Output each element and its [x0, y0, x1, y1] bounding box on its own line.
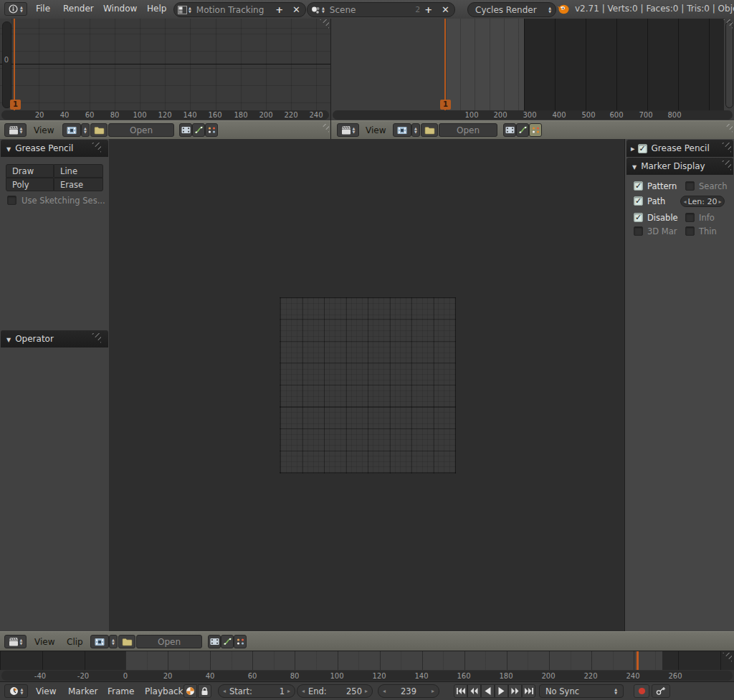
menu-help[interactable]: Help	[147, 0, 166, 18]
collapse-icon[interactable]	[6, 143, 11, 153]
delete-layout-button[interactable]: ✕	[287, 4, 305, 15]
toggle-graph-view-button[interactable]	[221, 635, 234, 648]
timeline-playhead[interactable]	[637, 651, 639, 671]
area-resize-corner[interactable]	[723, 653, 732, 662]
scene-name[interactable]: Scene	[330, 5, 415, 15]
path-checkbox[interactable]	[634, 196, 643, 206]
screen-layout-selector[interactable]: ▲▼ Motion Tracking + ✕	[173, 2, 306, 17]
open-clip-button[interactable]: Open	[108, 123, 174, 137]
pattern-checkbox[interactable]	[634, 181, 643, 191]
collapse-icon[interactable]	[632, 161, 637, 171]
toggle-graph-view-button[interactable]	[192, 123, 205, 137]
end-frame-value[interactable]: 250	[327, 686, 362, 696]
previous-keyframe-button[interactable]	[467, 684, 481, 698]
grease-pencil-panel-header[interactable]: Grease Pencil	[1, 140, 108, 157]
toggle-dopesheet-view-button[interactable]	[529, 123, 542, 137]
grease-pencil-enable-checkbox[interactable]	[638, 144, 647, 153]
thin-checkbox[interactable]	[685, 226, 695, 236]
decrement-arrow-icon[interactable]: ◂	[684, 198, 687, 205]
current-frame-line[interactable]	[444, 19, 446, 110]
jump-to-end-button[interactable]	[522, 684, 535, 698]
view-menu[interactable]: View	[36, 683, 56, 700]
toggle-dopesheet-view-button[interactable]	[205, 123, 218, 137]
current-frame-value[interactable]: 239	[386, 686, 432, 696]
marker-display-panel-header[interactable]: Marker Display	[626, 158, 733, 175]
area-resize-corner[interactable]	[724, 124, 733, 133]
collapse-icon[interactable]	[631, 143, 635, 153]
clip-menu[interactable]: Clip	[67, 633, 83, 651]
keying-set-button[interactable]	[652, 684, 670, 698]
open-clip-icon-button[interactable]	[90, 123, 108, 137]
panel-drag-corner[interactable]	[721, 143, 731, 153]
preview-range-button[interactable]	[184, 684, 197, 698]
gp-poly-button[interactable]: Poly	[6, 178, 54, 191]
start-frame-field[interactable]: ◂ Start: 1 ▸	[218, 684, 295, 698]
timeline-ruler[interactable]: -40 -20 0 20 40 60 80 100 120 140 160 18…	[1, 671, 733, 681]
play-reverse-button[interactable]	[481, 684, 495, 698]
editor-type-button[interactable]: ▲▼	[337, 123, 359, 137]
lock-range-button[interactable]	[198, 684, 211, 698]
clip-editor-view[interactable]	[109, 139, 624, 631]
disable-checkbox[interactable]	[634, 213, 643, 222]
playback-menu[interactable]: Playback	[145, 683, 184, 700]
view-scrollbar[interactable]	[725, 21, 733, 108]
open-clip-icon-button[interactable]	[421, 123, 438, 137]
gp-erase-button[interactable]: Erase	[54, 178, 103, 191]
toggle-clip-view-button[interactable]	[208, 635, 221, 648]
use-sketching-checkbox[interactable]	[7, 196, 16, 205]
add-scene-button[interactable]: +	[420, 4, 437, 15]
grease-pencil-props-header[interactable]: Grease Pencil	[626, 140, 733, 157]
operator-panel-header[interactable]: Operator	[1, 330, 108, 347]
panel-drag-corner[interactable]	[91, 143, 101, 153]
collapse-icon[interactable]	[6, 334, 11, 344]
frame-menu[interactable]: Frame	[108, 683, 134, 700]
timeline-tracks[interactable]	[0, 651, 734, 671]
editor-type-button[interactable]: ▲▼	[4, 684, 28, 698]
clip-datablock-arrows[interactable]: ▲▼	[109, 635, 118, 648]
editor-type-button[interactable]: ▲▼	[4, 635, 27, 648]
area-resize-corner[interactable]	[320, 19, 329, 29]
increment-arrow-icon[interactable]: ▸	[432, 688, 434, 694]
start-frame-value[interactable]: 1	[252, 686, 285, 696]
graph-editor-left-view[interactable]: 0 1	[0, 19, 330, 111]
jump-to-start-button[interactable]	[454, 684, 467, 698]
render-engine-selector[interactable]: Cycles Render ▲▼	[467, 2, 556, 17]
marker-menu[interactable]: Marker	[68, 683, 97, 700]
toggle-graph-view-button[interactable]	[516, 123, 529, 137]
clip-datablock-button[interactable]	[393, 123, 411, 137]
info-checkbox[interactable]	[685, 213, 695, 222]
current-frame-field[interactable]: ◂ 239 ▸	[378, 684, 439, 698]
path-length-value[interactable]: Len: 20	[688, 197, 718, 206]
menu-window[interactable]: Window	[103, 0, 137, 18]
decrement-arrow-icon[interactable]: ◂	[223, 688, 226, 694]
autokey-record-button[interactable]	[634, 684, 649, 698]
open-clip-button[interactable]: Open	[439, 123, 497, 137]
graph-left-frame-ruler[interactable]: 20 40 60 80 100 120 140 160 180 200 220 …	[1, 110, 329, 120]
3d-markers-checkbox[interactable]	[634, 226, 643, 236]
editor-type-button[interactable]: ▲▼	[4, 123, 27, 137]
view-menu[interactable]: View	[34, 122, 54, 139]
clip-datablock-arrows[interactable]: ▲▼	[81, 123, 90, 137]
end-frame-field[interactable]: ◂ End: 250 ▸	[297, 684, 373, 698]
menu-render[interactable]: Render	[63, 0, 94, 18]
decrement-arrow-icon[interactable]: ◂	[302, 688, 305, 694]
search-checkbox[interactable]	[685, 181, 695, 191]
increment-arrow-icon[interactable]: ▸	[287, 688, 290, 694]
clip-datablock-button[interactable]	[90, 635, 109, 648]
editor-type-button[interactable]: ▲▼	[4, 2, 27, 16]
value-scrollbar[interactable]	[2, 21, 11, 108]
gp-draw-button[interactable]: Draw	[6, 164, 54, 178]
play-button[interactable]	[495, 684, 508, 698]
open-clip-icon-button[interactable]	[118, 635, 135, 648]
dopesheet-view[interactable]: 1	[331, 19, 734, 111]
increment-arrow-icon[interactable]: ▸	[365, 688, 368, 694]
screen-layout-name[interactable]: Motion Tracking	[196, 5, 271, 15]
toggle-clip-view-button[interactable]	[179, 123, 192, 137]
add-layout-button[interactable]: +	[271, 4, 287, 15]
next-keyframe-button[interactable]	[508, 684, 522, 698]
panel-drag-corner[interactable]	[721, 160, 731, 171]
delete-scene-button[interactable]: ✕	[437, 4, 454, 15]
path-length-field[interactable]: ◂ Len: 20 ▸	[680, 196, 725, 207]
toggle-clip-view-button[interactable]	[503, 123, 516, 137]
toggle-dopesheet-view-button[interactable]	[234, 635, 247, 648]
